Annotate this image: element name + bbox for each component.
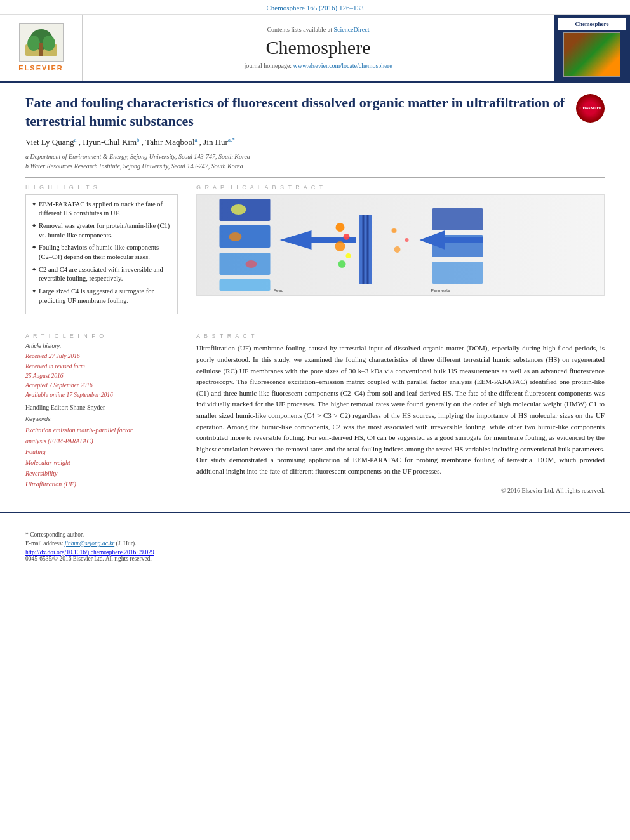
highlight-item-4: C2 and C4 are associated with irreversib… <box>32 265 171 284</box>
article-info-label: A R T I C L E I N F O <box>25 333 178 339</box>
svg-point-19 <box>346 253 351 258</box>
journal-url[interactable]: www.elsevier.com/locate/chemosphere <box>293 62 392 69</box>
authors-line: Viet Ly Quanga , Hyun-Chul Kimb , Tahir … <box>25 137 605 147</box>
svg-point-2 <box>27 36 40 51</box>
journal-thumbnail-area: Chemosphere <box>554 15 630 81</box>
journal-cover-image <box>563 32 620 77</box>
dates-section: Received 27 July 2016 Received in revise… <box>25 352 178 400</box>
handling-editor: Handling Editor: Shane Snyder <box>25 404 178 411</box>
highlight-item-5: Large sized C4 is suggested a surrogate … <box>32 287 171 305</box>
graphical-abstract-image: Feed Permeate <box>196 194 605 296</box>
svg-point-20 <box>338 260 346 268</box>
graphical-abstract-label: G R A P H I C A L A B S T R A C T <box>196 184 605 190</box>
affil-sup-a: a <box>74 137 76 143</box>
ga-svg: Feed Permeate <box>197 196 604 294</box>
accepted-date: Accepted 7 September 2016 <box>25 381 178 390</box>
footer: * Corresponding author. E-mail address: … <box>0 512 630 568</box>
svg-rect-24 <box>432 208 483 230</box>
svg-point-10 <box>229 232 242 241</box>
abstract-col: A B S T R A C T Ultrafiltration (UF) mem… <box>187 321 605 493</box>
received-date: Received 27 July 2016 <box>25 352 178 361</box>
elsevier-name: ELSEVIER <box>18 64 63 72</box>
keyword-3: Fouling <box>25 446 178 457</box>
received-revised-label: Received in revised form <box>25 362 178 371</box>
footer-divider <box>25 526 605 526</box>
keyword-4: Molecular weight <box>25 457 178 468</box>
article-main: Fate and fouling characteristics of fluo… <box>0 83 630 500</box>
article-title-area: Fate and fouling characteristics of fluo… <box>25 94 605 130</box>
highlights-label: H I G H L I G H T S <box>25 184 178 190</box>
sciencedirect-link[interactable]: ScienceDirect <box>333 26 369 33</box>
abstract-label: A B S T R A C T <box>196 333 605 339</box>
email-line: E-mail address: jinhur@sejong.ac.kr (J. … <box>25 540 605 547</box>
keywords-section: Keywords: Excitation emission matrix-par… <box>25 416 178 490</box>
svg-rect-4 <box>39 43 43 56</box>
highlights-box: EEM-PARAFAC is applied to track the fate… <box>25 194 178 315</box>
svg-point-18 <box>335 241 345 251</box>
article-info-col: A R T I C L E I N F O Article history: R… <box>25 321 187 493</box>
svg-point-3 <box>43 36 55 51</box>
svg-point-17 <box>344 234 350 240</box>
chemosphere-label: Chemosphere <box>575 21 609 27</box>
contents-label: Contents lists available at ScienceDirec… <box>267 26 369 33</box>
received-revised-date: 25 August 2016 <box>25 371 178 381</box>
highlight-item-2: Removal was greater for protein/tannin-l… <box>32 222 171 240</box>
svg-rect-7 <box>220 253 271 275</box>
svg-point-9 <box>231 204 246 215</box>
doi-line: http://dx.doi.org/10.1016/j.chemosphere.… <box>25 549 605 556</box>
history-label: Article history: <box>25 343 178 349</box>
svg-rect-14 <box>363 215 365 284</box>
highlight-item-3: Fouling behaviors of humic-like componen… <box>32 243 171 262</box>
svg-rect-15 <box>367 215 369 284</box>
affiliation-a: a Department of Environment & Energy, Se… <box>25 152 605 161</box>
crossmark-badge[interactable]: CrossMark <box>576 94 605 123</box>
corresponding-note: * Corresponding author. <box>25 531 605 538</box>
elsevier-tree-icon <box>19 23 64 62</box>
svg-rect-26 <box>432 262 483 284</box>
keyword-5: Reversibility <box>25 468 178 479</box>
doi-link[interactable]: http://dx.doi.org/10.1016/j.chemosphere.… <box>25 549 154 556</box>
keyword-2: analysis (EEM-PARAFAC) <box>25 436 178 446</box>
email-link[interactable]: jinhur@sejong.ac.kr <box>65 540 114 547</box>
info-abstract-section: A R T I C L E I N F O Article history: R… <box>25 321 605 493</box>
affiliation-b: b Water Resources Research Institute, Se… <box>25 161 605 171</box>
chemosphere-thumb-label: Chemosphere <box>558 18 626 30</box>
abstract-text: Ultrafiltration (UF) membrane fouling ca… <box>196 343 605 477</box>
affil-sup-b: b <box>137 137 140 143</box>
available-date: Available online 17 September 2016 <box>25 390 178 400</box>
svg-point-11 <box>246 260 257 268</box>
journal-reference: Chemosphere 165 (2016) 126–133 <box>0 0 630 15</box>
highlight-item-1: EEM-PARAFAC is applied to track the fate… <box>32 200 171 218</box>
affiliations: a Department of Environment & Energy, Se… <box>25 152 605 171</box>
svg-rect-6 <box>220 225 271 248</box>
issn-line: 0045-6535/© 2016 Elsevier Ltd. All right… <box>25 556 605 562</box>
svg-point-21 <box>392 228 397 233</box>
svg-rect-13 <box>359 215 372 284</box>
graphical-abstract-col: G R A P H I C A L A B S T R A C T <box>187 178 605 315</box>
svg-point-22 <box>405 238 409 242</box>
journal-title: Chemosphere <box>266 37 371 58</box>
article-title-text: Fate and fouling characteristics of fluo… <box>25 95 565 129</box>
svg-text:Feed: Feed <box>274 288 284 293</box>
svg-text:Permeate: Permeate <box>431 288 450 293</box>
highlights-graphical-section: H I G H L I G H T S EEM-PARAFAC is appli… <box>25 177 605 321</box>
keyword-6: Ultrafiltration (UF) <box>25 479 178 490</box>
svg-point-23 <box>394 246 401 253</box>
copyright-line: © 2016 Elsevier Ltd. All rights reserved… <box>196 483 605 494</box>
corresponding-sup: * <box>232 137 235 143</box>
keywords-list: Excitation emission matrix-parallel fact… <box>25 425 178 490</box>
journal-header: ELSEVIER Contents lists available at Sci… <box>0 15 630 83</box>
keyword-1: Excitation emission matrix-parallel fact… <box>25 425 178 436</box>
keywords-label: Keywords: <box>25 416 178 422</box>
elsevier-logo: ELSEVIER <box>18 23 63 72</box>
journal-title-area: Contents lists available at ScienceDirec… <box>83 15 554 81</box>
svg-point-16 <box>336 223 345 232</box>
svg-rect-8 <box>220 279 271 291</box>
publisher-logo-area: ELSEVIER <box>0 15 83 81</box>
highlights-col: H I G H L I G H T S EEM-PARAFAC is appli… <box>25 178 187 321</box>
journal-homepage: journal homepage: www.elsevier.com/locat… <box>244 62 392 69</box>
